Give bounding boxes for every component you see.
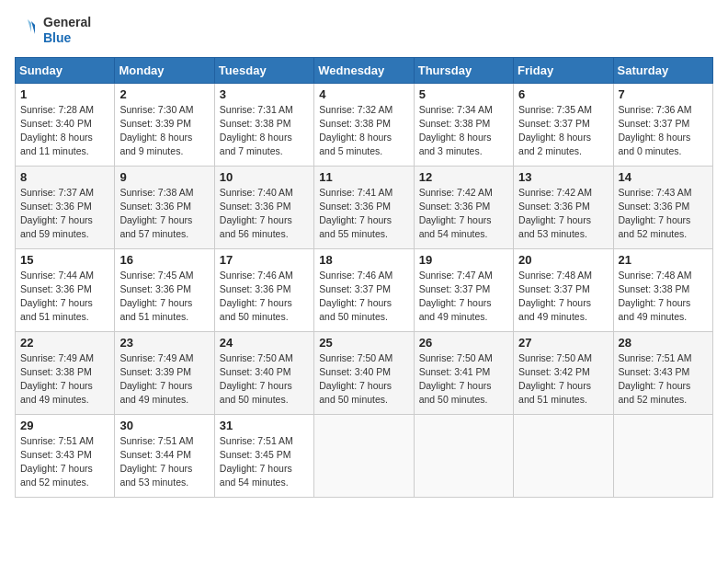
day-number: 28 [619,336,708,350]
day-number: 9 [119,170,209,184]
calendar-cell: 9 Sunrise: 7:38 AMSunset: 3:36 PMDayligh… [115,166,214,248]
day-number: 30 [119,419,209,432]
calendar-week-4: 22 Sunrise: 7:49 AMSunset: 3:38 PMDaylig… [16,331,713,414]
day-detail: Sunrise: 7:48 AMSunset: 3:38 PMDaylight:… [619,270,692,323]
calendar-cell: 26 Sunrise: 7:50 AMSunset: 3:41 PMDaylig… [414,331,513,414]
calendar-cell: 2 Sunrise: 7:30 AMSunset: 3:39 PMDayligh… [115,83,214,166]
day-number: 24 [220,336,309,350]
calendar-cell: 29 Sunrise: 7:51 AMSunset: 3:43 PMDaylig… [16,414,115,497]
day-detail: Sunrise: 7:35 AMSunset: 3:37 PMDaylight:… [518,104,592,157]
logo-text-block: General Blue [15,15,91,46]
day-detail: Sunrise: 7:51 AMSunset: 3:44 PMDaylight:… [119,435,193,488]
calendar-cell: 25 Sunrise: 7:50 AMSunset: 3:40 PMDaylig… [314,331,414,414]
day-detail: Sunrise: 7:42 AMSunset: 3:36 PMDaylight:… [518,187,592,240]
day-detail: Sunrise: 7:48 AMSunset: 3:37 PMDaylight:… [518,270,592,323]
day-number: 15 [20,253,109,267]
day-number: 29 [20,419,109,432]
day-detail: Sunrise: 7:50 AMSunset: 3:41 PMDaylight:… [419,352,493,406]
day-detail: Sunrise: 7:50 AMSunset: 3:40 PMDaylight:… [220,352,293,406]
day-number: 17 [220,253,309,267]
calendar-cell: 22 Sunrise: 7:49 AMSunset: 3:38 PMDaylig… [16,331,115,414]
day-detail: Sunrise: 7:49 AMSunset: 3:39 PMDaylight:… [119,352,193,406]
svg-marker-0 [31,21,39,34]
day-number: 11 [319,170,408,184]
calendar-cell: 13 Sunrise: 7:42 AMSunset: 3:36 PMDaylig… [514,166,613,248]
day-number: 5 [419,87,508,101]
calendar-cell: 5 Sunrise: 7:34 AMSunset: 3:38 PMDayligh… [414,83,513,166]
calendar-cell: 10 Sunrise: 7:40 AMSunset: 3:36 PMDaylig… [214,166,313,248]
calendar-cell: 27 Sunrise: 7:50 AMSunset: 3:42 PMDaylig… [514,331,613,414]
weekday-header-sunday: Sunday [16,57,115,83]
calendar-cell: 20 Sunrise: 7:48 AMSunset: 3:37 PMDaylig… [514,248,613,331]
day-number: 27 [518,336,608,350]
calendar-cell: 12 Sunrise: 7:42 AMSunset: 3:36 PMDaylig… [414,166,513,248]
calendar-cell [514,414,613,497]
calendar-week-1: 1 Sunrise: 7:28 AMSunset: 3:40 PMDayligh… [16,83,713,166]
calendar-cell: 7 Sunrise: 7:36 AMSunset: 3:37 PMDayligh… [613,83,712,166]
logo-graphic [15,17,40,43]
day-number: 8 [20,170,109,184]
day-number: 6 [518,87,608,101]
weekday-header-saturday: Saturday [613,57,712,83]
day-number: 22 [20,336,109,350]
calendar-cell: 15 Sunrise: 7:44 AMSunset: 3:36 PMDaylig… [16,248,115,331]
calendar-week-5: 29 Sunrise: 7:51 AMSunset: 3:43 PMDaylig… [16,414,713,497]
day-number: 26 [419,336,508,350]
calendar-cell: 19 Sunrise: 7:47 AMSunset: 3:37 PMDaylig… [414,248,513,331]
calendar-week-3: 15 Sunrise: 7:44 AMSunset: 3:36 PMDaylig… [16,248,713,331]
weekday-header-tuesday: Tuesday [214,57,313,83]
calendar-week-2: 8 Sunrise: 7:37 AMSunset: 3:36 PMDayligh… [16,166,713,248]
calendar-body: 1 Sunrise: 7:28 AMSunset: 3:40 PMDayligh… [16,83,713,497]
weekday-header-wednesday: Wednesday [314,57,414,83]
day-detail: Sunrise: 7:34 AMSunset: 3:38 PMDaylight:… [419,104,493,157]
day-number: 23 [119,336,209,350]
calendar-cell: 4 Sunrise: 7:32 AMSunset: 3:38 PMDayligh… [314,83,414,166]
day-detail: Sunrise: 7:37 AMSunset: 3:36 PMDaylight:… [20,187,94,240]
calendar-cell [314,414,414,497]
day-detail: Sunrise: 7:42 AMSunset: 3:36 PMDaylight:… [419,187,493,240]
calendar-cell: 6 Sunrise: 7:35 AMSunset: 3:37 PMDayligh… [514,83,613,166]
calendar-cell: 14 Sunrise: 7:43 AMSunset: 3:36 PMDaylig… [613,166,712,248]
day-detail: Sunrise: 7:47 AMSunset: 3:37 PMDaylight:… [419,270,493,323]
day-detail: Sunrise: 7:30 AMSunset: 3:39 PMDaylight:… [119,104,193,157]
weekday-header-thursday: Thursday [414,57,513,83]
page-header: General Blue [15,15,713,46]
logo-line2: Blue [43,30,91,46]
calendar-cell [613,414,712,497]
day-number: 21 [619,253,708,267]
calendar-cell [414,414,513,497]
day-detail: Sunrise: 7:51 AMSunset: 3:43 PMDaylight:… [20,435,94,488]
calendar-cell: 18 Sunrise: 7:46 AMSunset: 3:37 PMDaylig… [314,248,414,331]
day-number: 25 [319,336,408,350]
day-number: 12 [419,170,508,184]
calendar-cell: 23 Sunrise: 7:49 AMSunset: 3:39 PMDaylig… [115,331,214,414]
day-detail: Sunrise: 7:28 AMSunset: 3:40 PMDaylight:… [20,104,94,157]
calendar-cell: 21 Sunrise: 7:48 AMSunset: 3:38 PMDaylig… [613,248,712,331]
calendar-cell: 28 Sunrise: 7:51 AMSunset: 3:43 PMDaylig… [613,331,712,414]
weekday-header-monday: Monday [115,57,214,83]
day-detail: Sunrise: 7:41 AMSunset: 3:36 PMDaylight:… [319,187,392,240]
logo: General Blue [15,15,91,46]
calendar-cell: 17 Sunrise: 7:46 AMSunset: 3:36 PMDaylig… [214,248,313,331]
calendar-cell: 11 Sunrise: 7:41 AMSunset: 3:36 PMDaylig… [314,166,414,248]
day-number: 10 [220,170,309,184]
day-detail: Sunrise: 7:43 AMSunset: 3:36 PMDaylight:… [619,187,692,240]
day-detail: Sunrise: 7:51 AMSunset: 3:45 PMDaylight:… [220,435,293,488]
day-detail: Sunrise: 7:50 AMSunset: 3:40 PMDaylight:… [319,352,392,406]
calendar-table: SundayMondayTuesdayWednesdayThursdayFrid… [15,57,713,498]
day-number: 1 [20,87,109,101]
day-number: 3 [220,87,309,101]
calendar-cell: 3 Sunrise: 7:31 AMSunset: 3:38 PMDayligh… [214,83,313,166]
day-number: 4 [319,87,408,101]
calendar-cell: 30 Sunrise: 7:51 AMSunset: 3:44 PMDaylig… [115,414,214,497]
day-detail: Sunrise: 7:46 AMSunset: 3:36 PMDaylight:… [220,270,293,323]
calendar-cell: 16 Sunrise: 7:45 AMSunset: 3:36 PMDaylig… [115,248,214,331]
day-detail: Sunrise: 7:50 AMSunset: 3:42 PMDaylight:… [518,352,592,406]
calendar-header-row: SundayMondayTuesdayWednesdayThursdayFrid… [16,57,713,83]
day-detail: Sunrise: 7:32 AMSunset: 3:38 PMDaylight:… [319,104,392,157]
day-detail: Sunrise: 7:45 AMSunset: 3:36 PMDaylight:… [119,270,193,323]
calendar-cell: 31 Sunrise: 7:51 AMSunset: 3:45 PMDaylig… [214,414,313,497]
day-number: 16 [119,253,209,267]
weekday-header-friday: Friday [514,57,613,83]
day-detail: Sunrise: 7:46 AMSunset: 3:37 PMDaylight:… [319,270,392,323]
